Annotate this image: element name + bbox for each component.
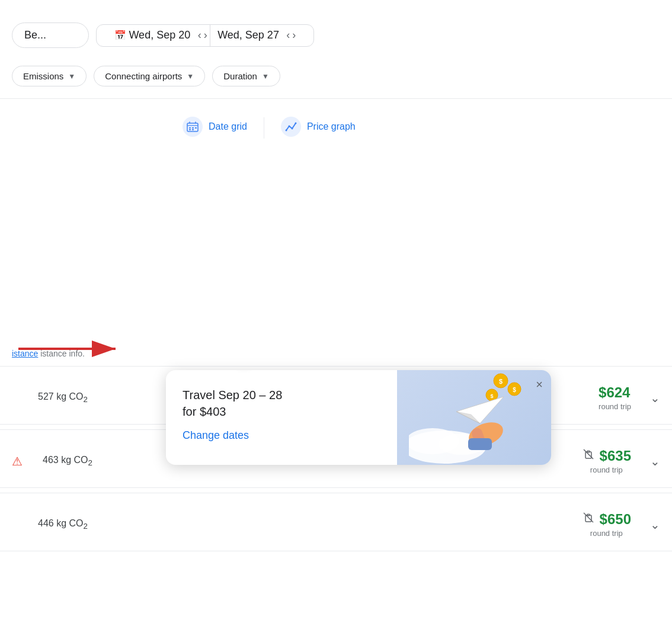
price-amount: $650: [600, 511, 631, 528]
connecting-airports-label: Connecting airports: [105, 71, 182, 81]
origin-label: Be...: [24, 29, 46, 41]
next-date1-btn[interactable]: ›: [204, 29, 207, 41]
co2-label: 446 kg CO2: [38, 518, 156, 531]
svg-point-2: [183, 117, 203, 137]
duration-filter[interactable]: Duration ▼: [212, 66, 280, 86]
expand-button[interactable]: ⌄: [650, 518, 660, 532]
no-bags-svg: [582, 511, 595, 524]
date2-label: Wed, Sep 27: [217, 29, 279, 41]
origin-pill[interactable]: Be...: [12, 23, 89, 48]
svg-marker-29: [456, 397, 504, 423]
emissions-filter[interactable]: Emissions ▼: [12, 66, 87, 86]
price-row: $635: [582, 448, 631, 464]
tooltip-content: Travel Sep 20 – 28for $403 Change dates: [166, 370, 397, 465]
expand-button[interactable]: ⌄: [650, 454, 660, 468]
date-grid-icon: [183, 117, 203, 137]
price-graph-icon: [281, 117, 301, 137]
main-content: Date grid Price graph Travel Sep 20 – 28…: [0, 104, 672, 551]
co2-label: 463 kg CO2: [43, 455, 161, 467]
date-grid-label: Date grid: [209, 121, 247, 132]
co2-label: 527 kg CO2: [38, 391, 156, 404]
svg-text:$: $: [499, 378, 503, 385]
expand-button[interactable]: ⌄: [650, 391, 660, 405]
svg-rect-28: [468, 438, 492, 450]
date-grid-tab[interactable]: Date grid: [166, 108, 264, 147]
date-bar: Be... 📅 Wed, Sep 20 ‹ › Wed, Sep 27 ‹ ›: [12, 12, 660, 59]
close-tooltip-button[interactable]: ×: [536, 378, 543, 390]
duration-label: Duration: [223, 71, 257, 81]
svg-text:$: $: [490, 393, 493, 399]
svg-rect-7: [189, 127, 191, 129]
svg-rect-10: [189, 129, 191, 130]
date1-label: Wed, Sep 20: [129, 29, 190, 41]
no-luggage-icon: [582, 511, 595, 528]
change-dates-link[interactable]: Change dates: [183, 429, 249, 441]
svg-point-16: [295, 123, 296, 124]
round-trip-label: round trip: [582, 529, 631, 538]
svg-rect-9: [195, 127, 197, 129]
price-block: $650 round trip: [582, 511, 641, 538]
price-block: $624 round trip: [599, 384, 641, 411]
next-date2-btn[interactable]: ›: [292, 29, 296, 41]
paper-airplane-svg: $ $ $: [409, 370, 539, 465]
svg-rect-35: [585, 515, 591, 522]
price-row: $624: [599, 384, 631, 401]
tab-row: Date grid Price graph: [0, 104, 672, 147]
section-divider: [0, 98, 672, 99]
connecting-airports-chevron-icon: ▼: [187, 72, 194, 81]
svg-rect-11: [192, 129, 194, 130]
svg-rect-8: [192, 127, 194, 129]
svg-point-12: [281, 117, 301, 137]
price-amount: $635: [600, 448, 631, 464]
price-amount: $624: [599, 384, 630, 401]
warning-icon: ⚠: [12, 454, 26, 468]
emissions-label: Emissions: [23, 71, 63, 81]
prev-date2-btn[interactable]: ‹: [286, 29, 290, 41]
assist-section: istance istance info.: [0, 147, 672, 361]
arrow-indicator: [0, 335, 136, 358]
prev-date1-btn[interactable]: ‹: [198, 29, 201, 41]
tooltip-title: Travel Sep 20 – 28for $403: [183, 387, 380, 420]
price-block: $635 round trip: [582, 448, 641, 474]
results-divider: [0, 366, 672, 367]
red-arrow-icon: [0, 335, 136, 358]
svg-point-13: [285, 130, 287, 131]
duration-chevron-icon: ▼: [262, 72, 269, 81]
emissions-chevron-icon: ▼: [68, 72, 75, 81]
tooltip-illustration: $ $ $ ×: [397, 370, 551, 465]
filter-bar: Emissions ▼ Connecting airports ▼ Durati…: [12, 59, 660, 94]
no-luggage-icon: [582, 448, 595, 464]
round-trip-label: round trip: [599, 402, 631, 411]
flight-result-row: 446 kg CO2 $650 round trip ⌄: [0, 498, 672, 551]
row-divider: [0, 493, 672, 493]
price-graph-tab[interactable]: Price graph: [264, 108, 372, 147]
round-trip-label: round trip: [582, 465, 631, 474]
price-graph-label: Price graph: [307, 121, 356, 132]
svg-rect-32: [585, 452, 591, 458]
svg-point-15: [291, 128, 293, 130]
svg-point-14: [288, 126, 290, 127]
travel-deal-tooltip: Travel Sep 20 – 28for $403 Change dates …: [166, 370, 551, 465]
calendar-icon: 📅: [114, 30, 126, 41]
date-section: 📅 Wed, Sep 20 ‹ › Wed, Sep 27 ‹ ›: [96, 24, 314, 47]
svg-text:$: $: [513, 387, 516, 393]
connecting-airports-filter[interactable]: Connecting airports ▼: [94, 66, 205, 86]
no-bags-svg: [582, 448, 595, 461]
price-row: $650: [582, 511, 631, 528]
